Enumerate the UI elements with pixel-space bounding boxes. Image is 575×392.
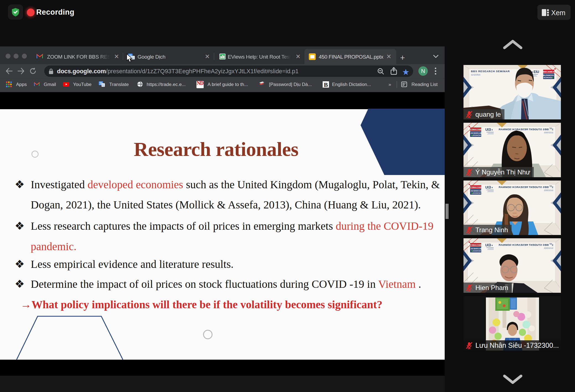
svg-text:G: G <box>102 84 104 87</box>
